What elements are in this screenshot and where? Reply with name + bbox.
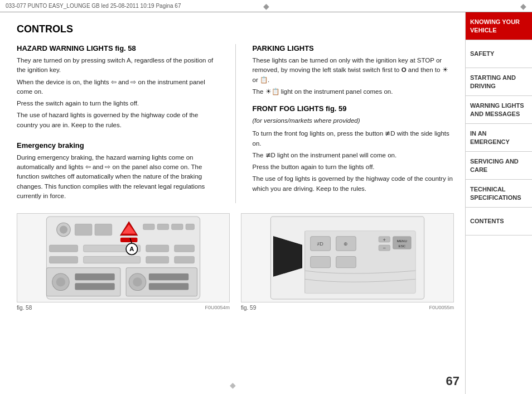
page-container: CONTROLS HAZARD WARNING LIGHTS fig. 58 T…: [0, 12, 532, 394]
svg-point-2: [60, 225, 67, 233]
header-diamond: ◆: [263, 2, 269, 11]
svg-rect-29: [149, 283, 188, 290]
emergency-para-1: During emergency braking, the hazard war…: [17, 153, 219, 201]
page-header: 033-077 PUNTO EASY_LOUNGE GB led 25-08-2…: [0, 0, 532, 12]
svg-rect-47: [311, 256, 331, 267]
sidebar-item-knowing-label: KNOWING YOUR VEHICLE: [470, 18, 528, 34]
svg-rect-11: [186, 224, 194, 229]
page-number: 67: [446, 374, 460, 388]
svg-text:−: −: [383, 246, 386, 251]
page-title: CONTROLS: [17, 23, 454, 35]
emergency-title: Emergency braking: [17, 141, 219, 150]
parking-para-1: These lights can be turned on only with …: [253, 56, 454, 85]
svg-rect-19: [175, 256, 195, 263]
sidebar-item-contents-label: CONTENTS: [470, 217, 504, 225]
svg-text:⊕: ⊕: [344, 241, 348, 247]
svg-rect-14: [146, 245, 169, 252]
svg-text:+: +: [383, 237, 386, 243]
parking-title: PARKING LIGHTS: [253, 44, 454, 52]
svg-text:≠D: ≠D: [317, 241, 323, 247]
sidebar-item-safety-label: SAFETY: [470, 50, 494, 57]
sidebar-item-technical-label: TECHNICAL SPECIFICATIONS: [470, 185, 528, 201]
figure-59-caption: fig. 59 F0U0055m: [241, 305, 454, 311]
sidebar: KNOWING YOUR VEHICLE SAFETY STARTING AND…: [465, 12, 532, 394]
bottom-diamond: ◆: [230, 381, 236, 390]
svg-rect-3: [75, 224, 92, 235]
fog-para-2: The ≢D light on the instrument panel wil…: [253, 151, 454, 160]
parking-para-2: The ☀📋 light on the instrument panel com…: [253, 87, 454, 97]
sidebar-item-technical[interactable]: TECHNICAL SPECIFICATIONS: [466, 180, 532, 208]
svg-rect-7: [120, 238, 138, 242]
right-column: PARKING LIGHTS These lights can be turne…: [253, 44, 454, 203]
fig59-code: F0U0055m: [429, 305, 454, 311]
figure-58-svg: A: [17, 214, 229, 302]
fog-para-3: Press the button again to turn the light…: [253, 162, 454, 172]
sidebar-item-safety[interactable]: SAFETY: [466, 40, 532, 68]
sidebar-item-warning[interactable]: WARNING LIGHTS AND MESSAGES: [466, 96, 532, 124]
figure-59-svg: ≠D ⊕ + − MENU ESC: [241, 214, 453, 302]
svg-rect-23: [75, 273, 114, 280]
sidebar-item-warning-label: WARNING LIGHTS AND MESSAGES: [470, 102, 528, 118]
hazard-para-3: Press the switch again to turn the light…: [17, 99, 219, 108]
fig58-code: F0U0054m: [205, 305, 230, 311]
svg-rect-17: [84, 256, 141, 263]
figure-59-container: ≠D ⊕ + − MENU ESC: [241, 213, 454, 311]
svg-rect-16: [49, 256, 78, 263]
sidebar-item-knowing[interactable]: KNOWING YOUR VEHICLE: [466, 12, 532, 40]
left-column: HAZARD WARNING LIGHTS fig. 58 They are t…: [17, 44, 219, 203]
figure-59-box: ≠D ⊕ + − MENU ESC: [241, 213, 454, 302]
hazard-para-2: When the device is on, the lights ⇦ and …: [17, 78, 219, 97]
svg-rect-18: [146, 256, 169, 263]
fog-title: FRONT FOG LIGHTS fig. 59: [253, 104, 454, 113]
svg-text:A: A: [129, 246, 134, 252]
header-diamond-right: ◆: [520, 2, 526, 11]
columns: HAZARD WARNING LIGHTS fig. 58 They are t…: [17, 44, 454, 203]
figure-58-container: A fig. 58 F0U0054m: [17, 213, 230, 311]
header-text: 033-077 PUNTO EASY_LOUNGE GB led 25-08-2…: [6, 3, 181, 9]
figure-58-caption: fig. 58 F0U0054m: [17, 305, 230, 311]
hazard-para-4: The use of hazard lights is governed by …: [17, 110, 219, 130]
svg-rect-24: [75, 283, 114, 290]
svg-rect-8: [143, 224, 154, 229]
svg-text:MENU: MENU: [397, 239, 407, 243]
svg-rect-15: [175, 245, 195, 252]
figure-58-box: A: [17, 213, 230, 302]
sidebar-item-contents[interactable]: CONTENTS: [466, 208, 532, 236]
svg-rect-48: [336, 256, 356, 267]
svg-rect-12: [49, 245, 78, 252]
sidebar-item-starting[interactable]: STARTING AND DRIVING: [466, 68, 532, 96]
figures-row: A fig. 58 F0U0054m: [17, 213, 454, 311]
fog-subtitle: (for versions/markets where provided): [253, 116, 454, 126]
svg-rect-28: [149, 273, 188, 280]
svg-text:ESC: ESC: [399, 244, 406, 248]
svg-rect-4: [95, 224, 112, 235]
fig58-label: fig. 58: [17, 305, 32, 311]
svg-point-27: [133, 277, 142, 286]
sidebar-item-servicing[interactable]: SERVICING AND CARE: [466, 152, 532, 180]
sidebar-item-emergency[interactable]: IN AN EMERGENCY: [466, 124, 532, 152]
sidebar-item-starting-label: STARTING AND DRIVING: [470, 74, 528, 90]
hazard-para-1: They are turned on by pressing switch A,…: [17, 56, 219, 75]
sidebar-item-emergency-label: IN AN EMERGENCY: [470, 129, 528, 146]
svg-rect-9: [157, 224, 168, 229]
column-divider: [235, 44, 236, 203]
fog-para-4: The use of fog lights is governed by the…: [253, 174, 454, 194]
sidebar-item-servicing-label: SERVICING AND CARE: [470, 157, 528, 174]
svg-point-22: [56, 277, 65, 286]
fog-para-1: To turn the front fog lights on, press t…: [253, 129, 454, 148]
svg-rect-10: [172, 224, 183, 229]
fig59-label: fig. 59: [241, 305, 256, 311]
content-area: CONTROLS HAZARD WARNING LIGHTS fig. 58 T…: [0, 12, 465, 394]
hazard-title: HAZARD WARNING LIGHTS fig. 58: [17, 44, 219, 52]
